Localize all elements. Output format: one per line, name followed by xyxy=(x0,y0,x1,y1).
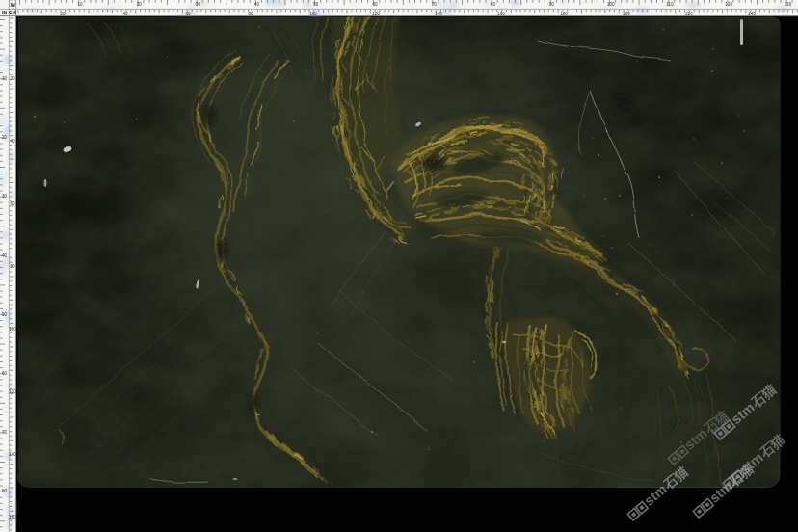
svg-text:220: 220 xyxy=(685,12,693,16)
svg-text:160: 160 xyxy=(497,12,505,16)
svg-text:50: 50 xyxy=(2,312,8,317)
svg-text:90: 90 xyxy=(549,2,555,7)
svg-text:100: 100 xyxy=(607,2,615,7)
svg-text:10: 10 xyxy=(77,2,83,7)
svg-text:70: 70 xyxy=(432,2,438,7)
svg-text:60: 60 xyxy=(10,201,15,206)
svg-text:40: 40 xyxy=(2,253,8,258)
svg-text:160: 160 xyxy=(9,515,16,519)
svg-text:20: 20 xyxy=(137,2,143,7)
svg-text:50: 50 xyxy=(313,2,319,7)
svg-text:80: 80 xyxy=(248,12,253,16)
svg-text:70: 70 xyxy=(2,430,8,435)
svg-text:110: 110 xyxy=(666,2,674,7)
svg-text:40: 40 xyxy=(254,2,260,7)
svg-text:200: 200 xyxy=(623,12,630,16)
svg-text:60: 60 xyxy=(185,12,191,16)
svg-text:180: 180 xyxy=(560,12,568,16)
svg-text:240: 240 xyxy=(748,12,756,16)
svg-text:120: 120 xyxy=(9,389,16,394)
svg-text:20: 20 xyxy=(2,135,8,140)
svg-text:40: 40 xyxy=(10,139,15,144)
svg-text:40: 40 xyxy=(122,12,128,16)
svg-text:20: 20 xyxy=(10,76,15,81)
svg-text:20: 20 xyxy=(60,12,66,16)
svg-text:140: 140 xyxy=(9,452,16,457)
svg-text:30: 30 xyxy=(196,2,201,7)
svg-text:CM: CM xyxy=(9,10,16,15)
svg-text:130: 130 xyxy=(785,2,792,7)
svg-text:80: 80 xyxy=(2,489,8,493)
svg-text:60: 60 xyxy=(372,2,378,7)
svg-text:80: 80 xyxy=(10,264,15,269)
svg-text:IN: IN xyxy=(2,10,7,15)
svg-text:10: 10 xyxy=(2,76,8,81)
svg-text:100: 100 xyxy=(309,12,317,16)
svg-text:IN: IN xyxy=(11,2,15,8)
svg-text:140: 140 xyxy=(435,12,442,16)
svg-text:60: 60 xyxy=(2,371,8,376)
svg-text:30: 30 xyxy=(2,194,8,199)
svg-text:80: 80 xyxy=(491,2,496,7)
svg-text:120: 120 xyxy=(372,12,380,16)
svg-text:100: 100 xyxy=(9,327,16,332)
svg-text:120: 120 xyxy=(725,2,732,7)
